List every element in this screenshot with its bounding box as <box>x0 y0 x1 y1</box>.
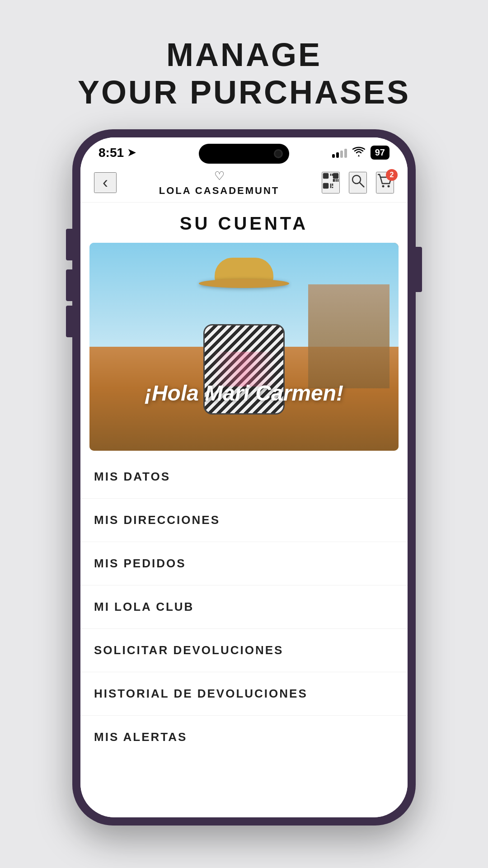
svg-line-16 <box>360 183 364 187</box>
search-button[interactable] <box>349 172 367 193</box>
hat <box>199 252 289 288</box>
menu-item-solicitar-devoluciones[interactable]: SOLICITAR DEVOLUCIONES <box>80 629 408 672</box>
status-time: 8:51 ➤ <box>99 146 136 160</box>
phone-screen: 8:51 ➤ 97 <box>80 137 408 817</box>
account-page-title: SU CUENTA <box>80 203 408 243</box>
heart-icon: ♡ <box>214 169 225 183</box>
status-bar: 8:51 ➤ 97 <box>80 137 408 165</box>
manage-title-line2: YOUR PURCHASES <box>78 74 410 111</box>
wifi-icon <box>352 146 365 160</box>
page-header: MANAGE YOUR PURCHASES <box>78 36 410 111</box>
barcode-button[interactable] <box>322 172 340 193</box>
menu-item-mis-datos[interactable]: MIS DATOS <box>80 455 408 499</box>
hero-greeting: ¡Hola Mari Carmen! <box>89 381 399 406</box>
menu-item-mi-lola-club[interactable]: MI LOLA CLUB <box>80 585 408 629</box>
svg-point-15 <box>352 175 361 184</box>
back-button[interactable]: ‹ <box>94 172 117 193</box>
brand-name: LOLA CASADEMUNT <box>159 185 280 197</box>
svg-rect-5 <box>324 184 327 187</box>
svg-rect-3 <box>334 175 337 177</box>
menu-item-mis-direcciones[interactable]: MIS DIRECCIONES <box>80 499 408 542</box>
menu-item-mis-alertas[interactable]: MIS ALERTAS <box>80 716 408 759</box>
wall-decoration <box>308 284 389 388</box>
phone-frame: 8:51 ➤ 97 <box>72 129 416 826</box>
nav-actions: 2 <box>322 172 394 193</box>
location-icon: ➤ <box>127 147 136 159</box>
status-icons: 97 <box>332 146 389 160</box>
menu-item-mis-pedidos[interactable]: MIS PEDIDOS <box>80 542 408 585</box>
account-menu: MIS DATOS MIS DIRECCIONES MIS PEDIDOS MI… <box>80 455 408 817</box>
svg-point-17 <box>382 185 385 188</box>
menu-item-historial-de-devoluciones[interactable]: HISTORIAL DE DEVOLUCIONES <box>80 672 408 716</box>
nav-bar: ‹ ♡ LOLA CASADEMUNT <box>80 165 408 203</box>
svg-rect-1 <box>324 175 327 177</box>
hero-scene <box>89 243 399 451</box>
battery-indicator: 97 <box>371 146 389 160</box>
dynamic-island <box>199 144 289 164</box>
brand-logo: ♡ LOLA CASADEMUNT <box>159 169 280 197</box>
hat-brim <box>199 279 289 288</box>
camera-dot <box>274 149 283 158</box>
time-display: 8:51 <box>99 146 124 160</box>
hero-section: ¡Hola Mari Carmen! <box>89 243 399 451</box>
manage-title-line1: MANAGE <box>78 36 410 74</box>
greeting-text: ¡Hola Mari Carmen! <box>145 381 343 405</box>
svg-point-18 <box>388 185 390 188</box>
cart-badge: 2 <box>386 169 398 181</box>
hero-background: ¡Hola Mari Carmen! <box>89 243 399 451</box>
signal-icon <box>332 148 347 158</box>
cart-button[interactable]: 2 <box>376 172 394 193</box>
su-cuenta-title: SU CUENTA <box>89 213 399 234</box>
